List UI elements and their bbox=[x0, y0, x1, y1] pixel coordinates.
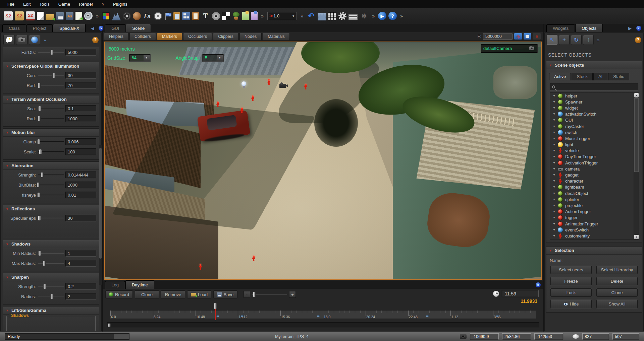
viewport-3d[interactable]: 5000 meters GridSize: 64▼ AngleSnap: 5▼ … bbox=[104, 42, 542, 280]
scene-objects-header[interactable]: ▼ Scene objects bbox=[546, 61, 642, 69]
grid-size-dropdown[interactable]: 64▼ bbox=[129, 54, 150, 61]
expand-triangle-icon[interactable]: ▼ bbox=[553, 186, 555, 189]
new-file-icon[interactable] bbox=[37, 12, 44, 20]
chevron-down-icon[interactable]: ▼ bbox=[291, 14, 296, 18]
param-value-input[interactable]: 1000 bbox=[65, 182, 96, 188]
param-slider[interactable] bbox=[38, 83, 64, 88]
param-value-input[interactable]: 0.2 bbox=[65, 283, 96, 290]
slider-handle[interactable] bbox=[38, 116, 41, 121]
expand-triangle-icon[interactable]: ▼ bbox=[553, 198, 555, 201]
clone-button[interactable]: Clone bbox=[135, 290, 159, 298]
world-button[interactable] bbox=[29, 35, 40, 45]
param-slider[interactable] bbox=[38, 73, 64, 78]
bonsai-icon[interactable] bbox=[232, 12, 240, 20]
speaker-icon[interactable] bbox=[212, 12, 220, 20]
param-slider[interactable] bbox=[38, 106, 64, 111]
menu-item-plugins[interactable]: Plugins bbox=[109, 1, 131, 8]
param-group-header[interactable]: ▼Sharpen bbox=[3, 273, 99, 281]
param-slider[interactable] bbox=[38, 251, 64, 256]
environment-button[interactable] bbox=[3, 35, 15, 45]
overflow-icon[interactable]: » bbox=[597, 38, 599, 43]
focus-target-icon[interactable]: ◎ bbox=[514, 33, 522, 40]
object-type-row[interactable]: ▼ActivationTrigger bbox=[550, 160, 634, 166]
active-camera-box[interactable]: defaultCamera bbox=[481, 44, 537, 53]
expand-triangle-icon[interactable]: ▼ bbox=[553, 107, 555, 110]
overflow-icon[interactable]: » bbox=[371, 11, 376, 20]
expand-triangle-icon[interactable]: ▼ bbox=[553, 234, 555, 237]
tab-objects[interactable]: Objects bbox=[575, 24, 603, 32]
param-slider[interactable] bbox=[38, 50, 64, 55]
character-marker-icon[interactable] bbox=[304, 84, 308, 90]
object-type-row[interactable]: ▼ActionTrigger bbox=[550, 209, 634, 215]
param-slider[interactable] bbox=[38, 149, 64, 154]
menu-item-?[interactable]: ? bbox=[98, 1, 108, 8]
character-marker-icon[interactable] bbox=[240, 108, 244, 114]
filter-helpers[interactable]: Helpers bbox=[104, 33, 128, 40]
freeze-button[interactable]: Freeze bbox=[550, 277, 592, 285]
expand-triangle-icon[interactable]: ▼ bbox=[553, 149, 555, 152]
expand-triangle-icon[interactable]: ▼ bbox=[553, 94, 555, 97]
expand-triangle-icon[interactable]: ▼ bbox=[553, 100, 555, 104]
filter-nodes[interactable]: Nodes bbox=[239, 33, 262, 40]
param-slider[interactable] bbox=[38, 192, 64, 198]
param-value-input[interactable]: 0.01 bbox=[65, 192, 96, 198]
object-type-row[interactable]: ▼character bbox=[550, 178, 634, 184]
param-slider[interactable] bbox=[38, 284, 64, 289]
filter-occluders[interactable]: Occluders bbox=[183, 33, 212, 40]
param-slider[interactable] bbox=[38, 116, 64, 121]
rubik-cube-icon[interactable] bbox=[102, 12, 110, 20]
record-button[interactable]: Record bbox=[105, 290, 133, 298]
tab-widgets[interactable]: Widgets bbox=[546, 24, 575, 32]
collapse-triangle-icon[interactable]: ▼ bbox=[6, 65, 9, 68]
overflow-icon[interactable]: » bbox=[300, 11, 304, 20]
slider-handle[interactable] bbox=[50, 50, 53, 55]
object-type-row[interactable]: ▼projectile bbox=[550, 202, 634, 208]
menu-item-edit[interactable]: Edit bbox=[19, 1, 35, 8]
object-search-input[interactable] bbox=[550, 83, 638, 90]
param-slider[interactable] bbox=[38, 215, 64, 221]
load-button[interactable]: Load bbox=[187, 290, 211, 298]
text-tool-icon[interactable]: T bbox=[201, 11, 210, 20]
keyboard-icon[interactable] bbox=[348, 14, 358, 20]
expand-triangle-icon[interactable]: ▼ bbox=[553, 137, 555, 140]
remove-button[interactable]: Remove bbox=[161, 290, 185, 298]
import-file-icon[interactable] bbox=[75, 12, 82, 20]
close-view-icon[interactable]: × bbox=[533, 33, 541, 40]
slider-handle[interactable] bbox=[37, 182, 40, 188]
disc-icon[interactable] bbox=[84, 12, 93, 20]
chevron-down-icon[interactable]: ▼ bbox=[144, 55, 150, 61]
menu-item-tools[interactable]: Tools bbox=[35, 1, 53, 8]
object-type-row[interactable]: ▼gadget bbox=[550, 172, 634, 178]
clipboard-icon[interactable] bbox=[173, 12, 180, 20]
expand-triangle-icon[interactable]: ▼ bbox=[553, 228, 555, 231]
slider-handle[interactable] bbox=[253, 292, 256, 297]
filter-colliders[interactable]: Colliders bbox=[129, 33, 156, 40]
light-bulb-gizmo-icon[interactable] bbox=[241, 81, 247, 88]
object-type-row[interactable]: ▼helper bbox=[550, 93, 634, 99]
collapse-triangle-icon[interactable]: ▼ bbox=[549, 249, 552, 252]
undo-icon[interactable]: ↶ bbox=[307, 11, 316, 20]
expand-triangle-icon[interactable]: ▼ bbox=[553, 180, 555, 183]
character-marker-icon[interactable] bbox=[252, 256, 256, 262]
param-group-header[interactable]: ▼Shadows bbox=[3, 240, 99, 248]
object-type-row[interactable]: ▼eventSwitch bbox=[550, 227, 634, 233]
dock-pin-icon[interactable]: × bbox=[636, 26, 641, 31]
rotate-tool-button[interactable]: ↻ bbox=[571, 35, 582, 45]
list-tab-active[interactable]: Active bbox=[549, 73, 571, 80]
terrain-new-icon[interactable]: NEW bbox=[318, 13, 326, 20]
tab-class[interactable]: Class bbox=[2, 24, 26, 32]
snowflake-icon[interactable]: ✻ bbox=[360, 11, 369, 20]
tab-log[interactable]: Log bbox=[105, 281, 125, 289]
save-as-icon[interactable]: As bbox=[66, 12, 73, 20]
move-tool-button[interactable]: + bbox=[559, 35, 570, 45]
param-value-input[interactable]: 30 bbox=[65, 72, 96, 79]
filter-clippers[interactable]: Clippers bbox=[213, 33, 238, 40]
object-type-row[interactable]: ▼GUI bbox=[550, 117, 634, 123]
tab-gui[interactable]: GUI bbox=[105, 24, 125, 32]
fx-icon[interactable]: Fx bbox=[143, 11, 152, 20]
planet-icon[interactable] bbox=[133, 12, 141, 20]
timeline-key-marker[interactable] bbox=[496, 315, 499, 317]
object-type-row[interactable]: ▼customentity bbox=[550, 233, 634, 239]
expand-triangle-icon[interactable]: ▼ bbox=[553, 222, 555, 225]
slider-handle[interactable] bbox=[41, 172, 44, 178]
